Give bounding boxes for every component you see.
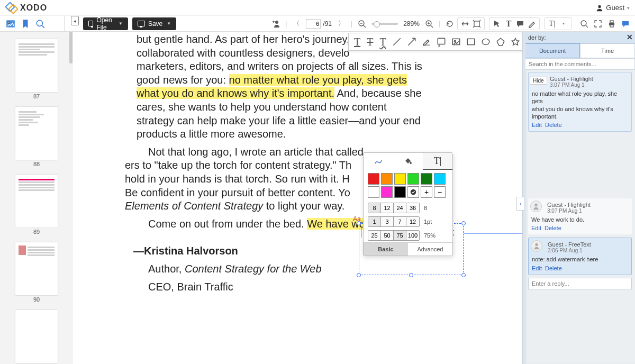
next-page-button[interactable]: 〉 [337, 20, 346, 28]
edit-link[interactable]: Edit [532, 122, 542, 128]
page-thumbnail[interactable] [15, 39, 58, 92]
rectangle-tool-icon[interactable] [467, 38, 475, 46]
close-panel-icon[interactable]: ✕ [627, 33, 633, 41]
collapse-sidebar-button[interactable]: ◂ [71, 16, 79, 25]
open-file-button[interactable]: Open File ▼ [83, 17, 128, 30]
color-swatch[interactable] [381, 173, 393, 185]
comment-tool-icon[interactable] [516, 20, 524, 28]
annotation-toolbar[interactable]: T T T [348, 33, 525, 51]
line-tool-icon[interactable] [393, 38, 401, 46]
color-swatch[interactable] [394, 186, 406, 198]
comments-search-input[interactable] [525, 58, 635, 70]
opacity-option[interactable]: 100 [406, 231, 419, 240]
fontsize-option[interactable]: 8 [368, 203, 381, 213]
opacity-option[interactable]: 75 [394, 231, 406, 240]
select-arrow-icon[interactable] [493, 20, 501, 28]
opacity-option[interactable]: 25 [368, 231, 381, 240]
delete-link[interactable]: Delete [545, 265, 562, 271]
color-remove-button[interactable]: − [434, 186, 446, 198]
text-squiggly-icon[interactable]: T [379, 36, 386, 48]
fit-width-icon[interactable] [461, 20, 469, 28]
signature-name: —Kristina Halvorson [133, 245, 238, 257]
reply-input[interactable] [528, 278, 632, 289]
rotate-icon[interactable] [446, 20, 454, 28]
prev-page-button[interactable]: 〈 [292, 20, 301, 28]
toolbar-search-icon[interactable] [580, 20, 588, 28]
polygon-tool-icon[interactable] [496, 38, 505, 46]
hand-tool-icon[interactable] [473, 20, 481, 28]
doc-text: ers to "take up the torch for content st… [125, 159, 351, 171]
page-thumbnail[interactable] [15, 107, 58, 160]
textcursor-dropdown-icon[interactable]: ▾ [559, 20, 568, 28]
text-underline-icon[interactable]: T [354, 36, 360, 48]
sticky-note-icon[interactable] [437, 38, 446, 46]
document-area[interactable]: but gentle hand. As part of her hero's j… [73, 32, 525, 364]
edit-link[interactable]: Edit [531, 225, 541, 231]
color-swatch[interactable] [434, 173, 446, 185]
comment-card[interactable]: Guest - FreeText 3:06 PM Aug 1 note: add… [528, 238, 632, 275]
color-confirm-icon[interactable] [407, 186, 419, 198]
zoom-slider[interactable] [371, 23, 398, 25]
zoom-out-icon[interactable] [358, 20, 366, 28]
chat-icon[interactable] [621, 20, 630, 28]
fullscreen-icon[interactable] [594, 20, 602, 28]
user-menu[interactable]: Guest ▾ [596, 4, 630, 12]
thumbnail-sidebar[interactable]: 87 88 89 90 91 [0, 32, 73, 364]
svg-rect-16 [467, 39, 475, 44]
stroke-option[interactable]: 3 [381, 217, 394, 226]
textcursor-icon[interactable]: T| [548, 20, 556, 28]
panel-collapse-button[interactable]: › [516, 197, 524, 211]
panel-images-icon[interactable] [6, 20, 15, 28]
search-icon[interactable] [36, 20, 44, 28]
comment-timestamp: 3:07 PM Aug 1 [547, 208, 629, 214]
arrow-tool-icon[interactable] [407, 38, 416, 46]
page-thumbnail[interactable] [15, 242, 58, 295]
delete-link[interactable]: Delete [545, 225, 561, 231]
popover-mode-advanced[interactable]: Advanced [408, 243, 452, 256]
tab-time[interactable]: Time [580, 43, 635, 58]
popover-tab-fill[interactable] [393, 153, 423, 170]
signature-tool-icon[interactable] [422, 38, 431, 46]
tab-document[interactable]: Document [525, 43, 580, 58]
stroke-width-row: 1 3 7 12 1pt [364, 215, 452, 229]
fontsize-option[interactable]: 24 [394, 203, 406, 213]
stroke-option[interactable]: 7 [394, 217, 406, 226]
page-current-input[interactable] [306, 19, 321, 29]
page-thumbnail[interactable] [15, 175, 58, 228]
delete-link[interactable]: Delete [545, 122, 562, 128]
ellipse-tool-icon[interactable] [482, 38, 490, 46]
popover-tab-stroke[interactable] [364, 153, 393, 170]
color-swatch[interactable] [421, 173, 432, 185]
star-tool-icon[interactable] [511, 38, 520, 46]
save-button[interactable]: Save ▼ [132, 17, 176, 30]
text-tool-icon[interactable]: T [504, 20, 513, 28]
fontsize-value: 8 [424, 205, 427, 211]
print-icon[interactable] [607, 20, 616, 28]
edit-link[interactable]: Edit [532, 265, 542, 271]
comment-card[interactable]: Hide Guest - Highlight 3:07 PM Aug 1 no … [528, 72, 632, 132]
zoom-in-icon[interactable] [425, 20, 433, 28]
sidebar-scrollbar[interactable] [69, 32, 72, 63]
add-user-icon[interactable] [271, 20, 280, 28]
color-swatch[interactable] [381, 186, 393, 198]
comment-card[interactable]: Guest - Highlight 3:07 PM Aug 1 We have … [528, 198, 632, 234]
fontsize-option[interactable]: 12 [381, 203, 394, 213]
text-strikethrough-icon[interactable]: T [367, 36, 373, 48]
color-swatch[interactable] [368, 173, 379, 185]
color-swatch[interactable] [394, 173, 406, 185]
bookmark-icon[interactable] [21, 20, 30, 28]
color-swatch[interactable] [368, 186, 379, 198]
popover-mode-basic[interactable]: Basic [364, 243, 408, 256]
fontsize-option[interactable]: 36 [406, 203, 419, 213]
style-popover[interactable]: T| + − Aa 8 12 24 36 8 [363, 152, 453, 256]
edit-tool-icon[interactable] [528, 20, 536, 28]
color-swatch[interactable] [407, 173, 419, 185]
opacity-option[interactable]: 50 [381, 231, 394, 240]
hide-comment-button[interactable]: Hide [530, 77, 547, 85]
image-tool-icon[interactable] [452, 38, 460, 46]
stroke-option[interactable]: 1 [368, 217, 381, 226]
stroke-option[interactable]: 12 [406, 217, 419, 226]
page-thumbnail[interactable] [15, 310, 58, 363]
color-add-button[interactable]: + [421, 186, 432, 198]
popover-tab-text[interactable]: T| [423, 153, 452, 170]
